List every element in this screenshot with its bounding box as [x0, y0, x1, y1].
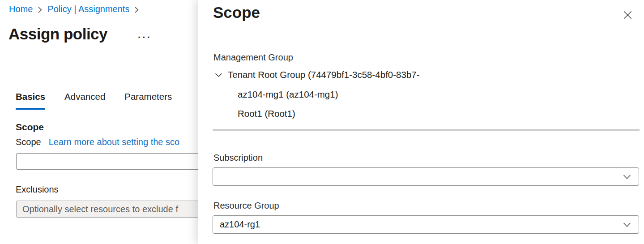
scope-field-row: Scope Learn more about setting the sco — [16, 137, 179, 147]
breadcrumb-policy-assignments-link[interactable]: Policy | Assignments — [47, 4, 129, 14]
chevron-right-icon — [134, 6, 139, 13]
tab-parameters[interactable]: Parameters — [124, 91, 172, 110]
tree-item-label: az104-mg1 (az104-mg1) — [238, 89, 338, 100]
chevron-down-icon — [622, 172, 632, 182]
breadcrumb: Home Policy | Assignments — [9, 4, 139, 14]
section-divider — [213, 129, 640, 131]
subscription-dropdown[interactable] — [213, 167, 639, 186]
resource-group-dropdown-value: az104-rg1 — [220, 219, 260, 230]
scope-input[interactable] — [16, 153, 226, 170]
learn-more-link[interactable]: Learn more about setting the sco — [49, 137, 179, 147]
tree-item-az104-mg1[interactable]: az104-mg1 (az104-mg1) — [238, 89, 338, 100]
tab-advanced[interactable]: Advanced — [64, 91, 105, 110]
tree-item-root1[interactable]: Root1 (Root1) — [238, 108, 295, 119]
tree-item-label: Tenant Root Group (74479bf1-3c58-4bf0-83… — [228, 69, 420, 80]
tab-basics[interactable]: Basics — [16, 91, 45, 110]
scope-field-label: Scope — [16, 137, 41, 147]
azure-portal-page: Home Policy | Assignments Assign policy … — [0, 0, 644, 244]
tab-bar: Basics Advanced Parameters — [16, 91, 172, 110]
scope-panel: Scope Management Group Tenant Root Group… — [198, 0, 644, 244]
tree-item-label: Root1 (Root1) — [238, 108, 295, 119]
resource-group-dropdown[interactable]: az104-rg1 — [213, 215, 639, 234]
exclusions-input[interactable] — [16, 201, 226, 218]
resource-group-label: Resource Group — [213, 201, 279, 211]
chevron-down-icon — [622, 220, 632, 230]
chevron-down-icon[interactable] — [214, 71, 223, 79]
close-icon — [622, 9, 633, 21]
subscription-label: Subscription — [213, 153, 263, 163]
more-actions-ellipsis-button[interactable]: ··· — [138, 32, 152, 43]
management-group-label: Management Group — [213, 52, 293, 63]
tree-item-tenant-root-group[interactable]: Tenant Root Group (74479bf1-3c58-4bf0-83… — [214, 69, 420, 80]
breadcrumb-home-link[interactable]: Home — [9, 4, 33, 14]
exclusions-label: Exclusions — [16, 184, 59, 195]
panel-title: Scope — [213, 4, 260, 21]
close-panel-button[interactable] — [621, 9, 634, 21]
page-title: Assign policy — [9, 25, 107, 43]
chevron-right-icon — [38, 6, 43, 13]
scope-section-heading: Scope — [16, 122, 44, 133]
